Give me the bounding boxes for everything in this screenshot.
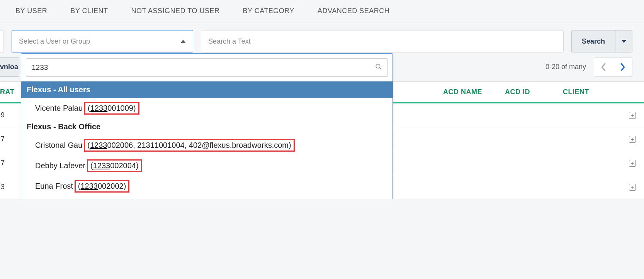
- plus-box-icon: +: [629, 136, 636, 143]
- dropdown-group-header[interactable]: Flexus - All users: [21, 81, 393, 98]
- text-search-placeholder: Search a Text: [208, 37, 251, 46]
- search-button[interactable]: Search: [571, 30, 615, 52]
- chevron-left-icon: [601, 63, 606, 71]
- plus-box-icon: +: [629, 184, 636, 191]
- svg-point-0: [376, 64, 380, 68]
- dropdown-search-wrapper: [26, 58, 388, 77]
- caret-down-icon: [621, 40, 627, 43]
- dropdown-item-detail: (1233001009): [84, 102, 139, 115]
- col-acd-id[interactable]: ACD ID: [505, 88, 563, 96]
- col-acd-name[interactable]: ACD NAME: [443, 88, 505, 96]
- dropdown-search-input[interactable]: [32, 63, 375, 72]
- cell-rat: 7: [0, 159, 19, 167]
- user-group-dropdown: Flexus - All usersVicente Palau(12330010…: [21, 53, 393, 199]
- dropdown-item-name: Vicente Palau: [35, 104, 83, 113]
- pager-buttons: [594, 57, 632, 77]
- pager-text: 0-20 of many: [545, 63, 586, 71]
- tab-by-user[interactable]: BY USER: [15, 7, 47, 15]
- dropdown-item[interactable]: Freeda Mckoy(1233002003): [21, 196, 393, 199]
- svg-line-1: [380, 68, 381, 69]
- dropdown-item-detail: (1233002006, 21311001004, 402@flexus.bro…: [84, 139, 294, 152]
- user-group-select[interactable]: Select a User or Group: [12, 30, 193, 52]
- tab-advanced-search[interactable]: ADVANCED SEARCH: [318, 7, 389, 15]
- search-dropdown-button[interactable]: [615, 30, 632, 52]
- dropdown-item-name: Euna Frost: [35, 182, 73, 191]
- expand-row-button[interactable]: +: [621, 160, 644, 167]
- filter-tabs: BY USER BY CLIENT NOT ASSIGNED TO USER B…: [0, 0, 644, 22]
- dropdown-item[interactable]: Euna Frost(1233002002): [21, 176, 393, 196]
- caret-up-icon: [180, 40, 186, 43]
- cell-rat: 9: [0, 111, 19, 119]
- pager-prev-button[interactable]: [594, 57, 613, 77]
- text-search-input[interactable]: Search a Text: [201, 30, 564, 52]
- dropdown-item-detail: (1233002004): [87, 159, 142, 172]
- user-group-placeholder: Select a User or Group: [19, 37, 90, 46]
- dropdown-item-name: Cristonal Gau: [35, 141, 82, 150]
- cell-rat: 7: [0, 135, 19, 143]
- download-button[interactable]: vnloa: [0, 57, 19, 77]
- dropdown-item[interactable]: Cristonal Gau(1233002006, 21311001004, 4…: [21, 135, 393, 156]
- tab-by-category[interactable]: BY CATEGORY: [243, 7, 294, 15]
- search-icon: [375, 63, 382, 72]
- dropdown-item[interactable]: Debby Lafever(1233002004): [21, 156, 393, 176]
- chevron-right-icon: [620, 63, 625, 71]
- pager-next-button[interactable]: [613, 57, 632, 77]
- expand-row-button[interactable]: +: [621, 136, 644, 143]
- tab-by-client[interactable]: BY CLIENT: [70, 7, 108, 15]
- dropdown-item[interactable]: Vicente Palau(1233001009): [21, 98, 393, 118]
- left-input-stub[interactable]: [0, 30, 4, 52]
- col-client[interactable]: CLIENT: [563, 88, 644, 96]
- col-rat[interactable]: RAT: [0, 88, 19, 96]
- expand-row-button[interactable]: +: [621, 112, 644, 119]
- plus-box-icon: +: [629, 160, 636, 167]
- cell-rat: 3: [0, 183, 19, 191]
- dropdown-item-detail: (1233002002): [75, 180, 130, 193]
- search-button-group: Search: [571, 30, 632, 52]
- dropdown-group-header[interactable]: Flexus - Back Office: [21, 118, 393, 135]
- controls-row: Select a User or Group Search a Text Sea…: [0, 22, 644, 52]
- tab-not-assigned[interactable]: NOT ASSIGNED TO USER: [131, 7, 219, 15]
- dropdown-item-name: Debby Lafever: [35, 161, 85, 170]
- plus-box-icon: +: [629, 112, 636, 119]
- expand-row-button[interactable]: +: [621, 184, 644, 191]
- dropdown-list[interactable]: Flexus - All usersVicente Palau(12330010…: [21, 81, 393, 199]
